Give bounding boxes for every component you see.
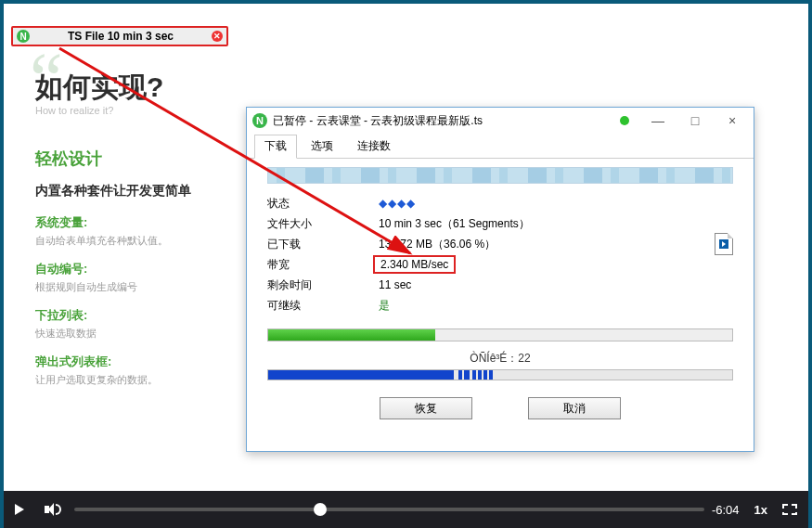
slide-section-intro: 内置各种套件让开发更简单 (35, 183, 191, 200)
url-blurred (267, 167, 733, 184)
slide-item-d: 自动给表单填充各种默认值。 (35, 234, 191, 248)
seek-bar[interactable] (74, 508, 704, 511)
video-control-bar: -6:04 1x (4, 491, 808, 528)
close-button[interactable]: × (716, 111, 748, 130)
label-filesize: 文件大小 (267, 216, 379, 232)
tab-connections[interactable]: 连接数 (347, 135, 401, 159)
minimize-button[interactable]: — (642, 111, 674, 130)
volume-button[interactable] (35, 491, 67, 528)
value-downloaded: 13.272 MB（36.06 %） (379, 237, 715, 252)
quote-decoration: “ (30, 37, 63, 122)
idm-icon: N (17, 30, 30, 43)
cancel-button[interactable]: 取消 (528, 397, 621, 419)
tab-options[interactable]: 选项 (301, 135, 343, 159)
tab-download[interactable]: 下载 (254, 135, 297, 159)
value-status: ◆◆◆◆ (379, 197, 733, 210)
resume-button[interactable]: 恢复 (380, 397, 472, 419)
fullscreen-button[interactable] (782, 504, 797, 515)
dialog-titlebar[interactable]: N 已暂停 - 云表课堂 - 云表初级课程最新版.ts — □ × (247, 108, 754, 134)
label-resumable: 可继续 (267, 298, 379, 314)
label-bandwidth: 带宽 (267, 257, 379, 273)
download-dialog: N 已暂停 - 云表课堂 - 云表初级课程最新版.ts — □ × 下载 选项 … (246, 107, 754, 452)
slide-section-title: 轻松设计 (35, 148, 191, 170)
slide-item-h: 自动编号: (35, 261, 191, 277)
video-viewport: “ 如何实现? How to realize it? 轻松设计 内置各种套件让开… (0, 0, 812, 528)
play-button[interactable] (4, 491, 35, 528)
video-file-icon[interactable] (715, 233, 733, 255)
slide-item-h: 弹出式列表框: (35, 354, 191, 370)
slide-item-d: 根据规则自动生成编号 (35, 280, 191, 294)
capture-pill-label: TS File 10 min 3 sec (35, 30, 206, 43)
value-remaining: 11 sec (379, 278, 733, 291)
value-resumable: 是 (379, 298, 733, 314)
time-remaining: -6:04 (712, 503, 740, 517)
label-downloaded: 已下载 (267, 237, 379, 252)
slide-item-d: 快速选取数据 (35, 327, 191, 341)
dialog-title: 已暂停 - 云表课堂 - 云表初级课程最新版.ts (273, 113, 614, 129)
segments-label: ÒÑÍê³É：22 (267, 351, 733, 367)
maximize-button[interactable]: □ (679, 111, 711, 130)
idm-icon: N (252, 113, 267, 128)
label-remaining: 剩余时间 (267, 277, 379, 293)
value-filesize: 10 min 3 sec（61 Segments） (379, 216, 733, 232)
overall-progress-bar (267, 328, 733, 341)
background-slide: “ 如何实现? How to realize it? 轻松设计 内置各种套件让开… (35, 69, 191, 400)
value-bandwidth: 2.340 MB/sec (373, 255, 456, 274)
seek-knob[interactable] (314, 503, 327, 516)
dialog-tabs: 下载 选项 连接数 (247, 134, 754, 159)
slide-item-h: 系统变量: (35, 214, 191, 231)
label-status: 状态 (267, 196, 379, 212)
close-icon[interactable]: ✕ (212, 31, 223, 42)
segment-progress-bar (267, 369, 733, 380)
playback-speed[interactable]: 1x (754, 503, 767, 517)
slide-item-d: 让用户选取更复杂的数据。 (35, 373, 191, 387)
download-capture-pill[interactable]: N TS File 10 min 3 sec ✕ (11, 26, 228, 46)
slide-item-h: 下拉列表: (35, 307, 191, 324)
status-dot-icon (620, 116, 629, 125)
